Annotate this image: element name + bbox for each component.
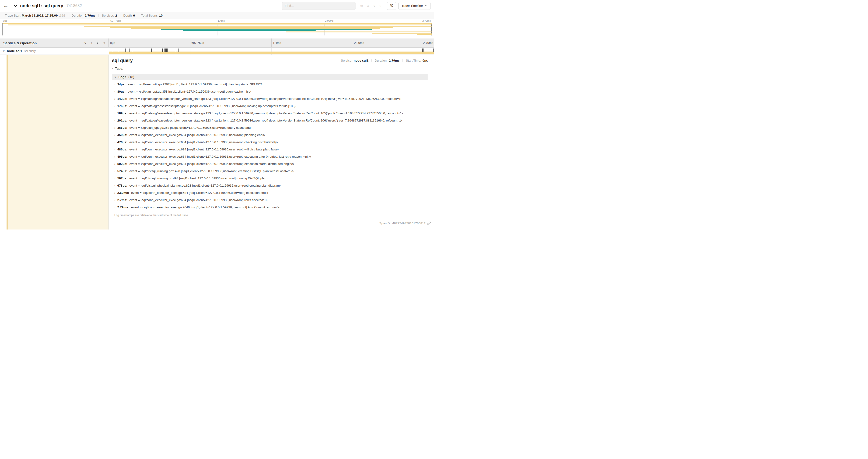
expand-all-icon[interactable]: »: [96, 42, 100, 44]
tags-row: › Tags:: [112, 65, 428, 72]
minimap-ruler: 0μs697.75μs1.4ms2.09ms2.79ms: [2, 19, 432, 23]
timeline-tick-label: 1.4ms: [273, 41, 281, 44]
log-message: event = ‹sql/conn_executor_exec.go:684 […: [129, 147, 279, 151]
find-input[interactable]: [282, 2, 356, 10]
logs-toggle[interactable]: ∨ Logs (18): [112, 74, 428, 80]
chevron-down-icon: ∨: [114, 75, 117, 78]
log-row[interactable]: › 189μs: event = ‹sql/catalog/lease/desc…: [114, 110, 428, 117]
timeline-tick-label: 697.75μs: [192, 41, 204, 44]
span-row[interactable]: ∨ node sql1 sql query: [0, 47, 434, 55]
collapse-one-icon[interactable]: ›: [91, 41, 92, 45]
log-message: event = ‹sql/conn_executor_exec.go:2046 …: [131, 205, 280, 209]
log-row[interactable]: › 574μs: event = ‹sql/distsql_running.go…: [114, 167, 428, 175]
meta-item: Start Time: 0μs: [403, 59, 428, 62]
log-marker-tick: [424, 48, 424, 52]
chevron-right-icon: ›: [114, 126, 115, 129]
log-timestamp: 597μs:: [117, 176, 127, 180]
chevron-down-icon: [425, 5, 428, 7]
keyboard-shortcuts-button[interactable]: ⌘: [386, 2, 396, 10]
page-title: node sql1: sql query: [20, 3, 63, 8]
minimap-span-bar: [84, 26, 432, 27]
log-row[interactable]: › 2.69ms: event = ‹sql/conn_executor_exe…: [114, 189, 428, 196]
tags-toggle[interactable]: › Tags:: [112, 67, 123, 70]
chevron-right-icon: ›: [114, 163, 115, 165]
log-row[interactable]: › 502μs: event = ‹sql/conn_executor_exec…: [114, 160, 428, 167]
log-row[interactable]: › 678μs: event = ‹sql/distsql_physical_p…: [114, 182, 428, 189]
minimap-span-bar: [3, 23, 432, 24]
span-expander-chevron-icon[interactable]: ∨: [3, 50, 5, 53]
log-message: event = ‹sql/distsql_physical_planner.go…: [129, 184, 281, 187]
timeline-header: Service & Operation ∨ › » » 0μs697.75μs1…: [0, 38, 434, 47]
span-detail-header: sql query Service: node sql1 Duration: 2…: [112, 56, 428, 65]
log-marker-tick: [151, 48, 152, 52]
locate-icon[interactable]: ⊕: [360, 4, 363, 8]
collapse-all-icon[interactable]: »: [103, 41, 105, 45]
minimap-canvas[interactable]: [2, 23, 432, 35]
log-message: event = ‹sql/catalog/lease/descriptor_ve…: [129, 119, 402, 122]
summary-label: Depth: [123, 14, 132, 17]
chevron-right-icon: ›: [114, 112, 115, 115]
chevron-right-icon: ›: [114, 141, 115, 144]
chevron-right-icon: ›: [114, 105, 115, 107]
span-color-accent: [6, 55, 8, 230]
log-timestamp: 2.69ms:: [117, 191, 129, 195]
trace-view-selector-button[interactable]: Trace Timeline: [398, 2, 431, 10]
log-timestamp: 678μs:: [117, 184, 127, 187]
minimap-span-bar: [286, 31, 432, 32]
log-timestamp: 502μs:: [117, 162, 127, 166]
prev-match-icon[interactable]: ∧: [367, 4, 369, 8]
trace-page-header: ← node sql1: sql query 7418682 ⊕ ∧ ∨ × ⌘…: [0, 0, 434, 12]
back-button[interactable]: ←: [3, 3, 11, 9]
log-row[interactable]: › 597μs: event = ‹sql/distsql_running.go…: [114, 175, 428, 182]
log-row[interactable]: › 201μs: event = ‹sql/catalog/lease/desc…: [114, 117, 428, 124]
chevron-right-icon: ›: [112, 67, 113, 70]
chevron-right-icon: ›: [114, 119, 115, 122]
log-row[interactable]: › 2.79ms: event = ‹sql/conn_executor_exe…: [114, 204, 428, 211]
log-timestamp: 2.79ms:: [117, 205, 129, 209]
log-marker-tick: [433, 48, 434, 52]
log-row[interactable]: › 80μs: event = ‹sql/plan_opt.go:358 [ns…: [114, 88, 428, 95]
summary-value: 2.79ms: [85, 14, 95, 17]
summary-item: Services 2: [98, 14, 120, 17]
span-detail-area: sql query Service: node sql1 Duration: 2…: [109, 55, 431, 227]
summary-item: Trace Start March 31 2022, 17:25:09 .326: [2, 14, 68, 17]
expand-one-icon[interactable]: ∨: [84, 41, 86, 45]
timeline-ruler: 0μs697.75μs1.4ms2.09ms2.79ms: [109, 38, 434, 47]
log-message: event = ‹sql/conn_executor_exec.go:684 […: [129, 198, 268, 202]
chevron-right-icon: ›: [114, 170, 115, 173]
tags-label: Tags:: [115, 67, 123, 70]
log-row[interactable]: › 366μs: event = ‹sql/plan_opt.go:358 [n…: [114, 124, 428, 131]
span-bar: [109, 52, 434, 54]
summary-item: Total Spans 10: [138, 14, 166, 17]
log-row[interactable]: › 34μs: event = ‹sql/exec_util.go:2297 […: [114, 81, 428, 88]
log-marker-tick: [162, 48, 163, 52]
gridline: [271, 38, 272, 47]
summary-value: March 31 2022, 17:25:09: [22, 14, 58, 17]
logs-footnote: Log timestamps are relative to the start…: [114, 212, 428, 217]
copy-link-button[interactable]: [427, 222, 431, 225]
next-match-icon[interactable]: ∨: [373, 4, 376, 8]
log-timestamp: 495μs:: [117, 155, 127, 158]
log-row[interactable]: › 142μs: event = ‹sql/catalog/lease/desc…: [114, 95, 428, 102]
collapse-controls: ∨ › » »: [84, 41, 105, 45]
log-row[interactable]: › 459μs: event = ‹sql/conn_executor_exec…: [114, 131, 428, 138]
log-row[interactable]: › 486μs: event = ‹sql/conn_executor_exec…: [114, 146, 428, 153]
trace-collapse-chevron-icon[interactable]: [13, 4, 18, 7]
summary-label: Trace Start: [5, 14, 20, 17]
meta-value: node sql1: [354, 59, 368, 62]
clear-search-icon[interactable]: ×: [379, 4, 381, 8]
log-marker-tick: [178, 48, 179, 52]
meta-item: Duration: 2.79ms: [371, 59, 400, 62]
chevron-right-icon: ›: [114, 206, 115, 209]
command-icon: ⌘: [389, 3, 393, 8]
log-timestamp: 459μs:: [117, 133, 127, 137]
timeline-tick-label: 0μs: [110, 41, 115, 44]
log-row[interactable]: › 476μs: event = ‹sql/conn_executor_exec…: [114, 138, 428, 146]
log-row[interactable]: › 176μs: event = ‹sql/catalog/descs/desc…: [114, 102, 428, 110]
log-timestamp: 176μs:: [117, 104, 127, 108]
log-row[interactable]: › 495μs: event = ‹sql/conn_executor_exec…: [114, 153, 428, 160]
log-row[interactable]: › 2.7ms: event = ‹sql/conn_executor_exec…: [114, 196, 428, 204]
chevron-right-icon: ›: [114, 90, 115, 93]
minimap-span-bar: [372, 33, 432, 34]
minimap-tick-label: 2.09ms: [325, 19, 334, 22]
